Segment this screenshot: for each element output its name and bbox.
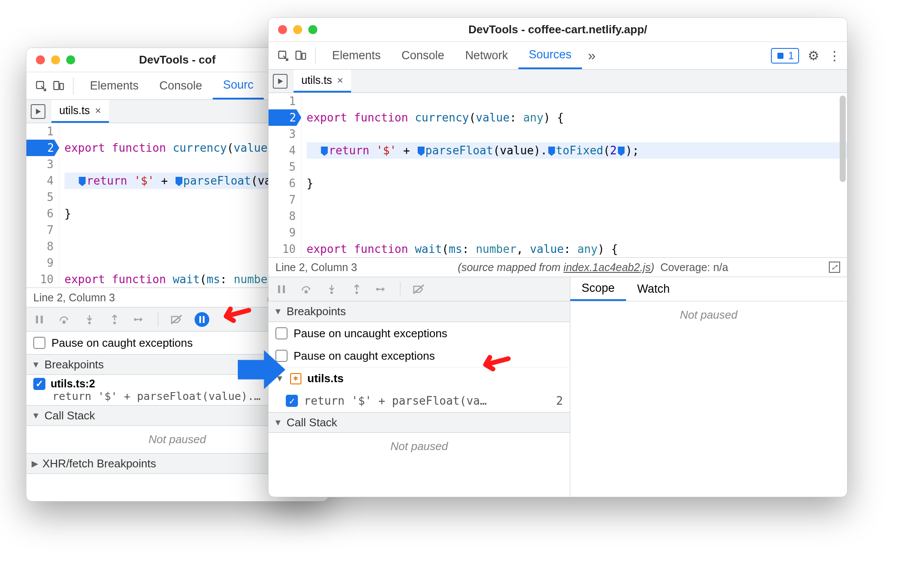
navigator-toggle-icon[interactable] xyxy=(31,104,45,119)
svg-rect-13 xyxy=(777,53,783,59)
svg-rect-14 xyxy=(278,285,280,293)
line-gutter[interactable]: 1 2 3 4 5 6 7 8 9 10 11 12 13 xyxy=(269,93,301,257)
breakpoints-header[interactable]: ▼Breakpoints xyxy=(269,301,570,322)
file-tab-label: utils.ts xyxy=(301,74,332,86)
debugger-toolbar xyxy=(269,277,570,301)
device-icon[interactable] xyxy=(50,77,67,95)
pause-caught-row: Pause on caught exceptions xyxy=(269,345,570,367)
minimize-icon[interactable] xyxy=(51,55,60,64)
breakpoint-group[interactable]: ▼ ✶ utils.ts xyxy=(269,367,570,390)
sourcemap-link[interactable]: index.1ac4eab2.js xyxy=(563,261,651,273)
svg-point-16 xyxy=(305,291,307,293)
js-file-icon: ✶ xyxy=(290,373,301,384)
svg-rect-12 xyxy=(302,53,306,59)
close-tab-icon[interactable]: × xyxy=(95,105,101,117)
pause-exceptions-icon[interactable] xyxy=(195,312,209,327)
devtools-window-right: DevTools - coffee-cart.netlify.app/ Elem… xyxy=(268,17,847,497)
step-over-icon[interactable] xyxy=(300,282,313,296)
svg-point-19 xyxy=(376,288,379,291)
breakpoint-checkbox[interactable] xyxy=(286,395,298,407)
callstack-header[interactable]: ▼Call Stack xyxy=(269,412,570,433)
more-tabs-icon[interactable]: » xyxy=(582,48,602,64)
step-icon[interactable] xyxy=(375,282,389,296)
tab-network[interactable]: Network xyxy=(455,42,518,69)
deactivate-breakpoints-icon[interactable] xyxy=(412,282,425,296)
pause-icon[interactable] xyxy=(32,313,46,326)
pause-caught-label: Pause on caught exceptions xyxy=(294,349,435,363)
tab-sources[interactable]: Sources xyxy=(518,42,582,69)
scope-not-paused: Not paused xyxy=(570,301,847,329)
maximize-icon[interactable] xyxy=(66,55,75,64)
close-icon[interactable] xyxy=(36,55,45,64)
pause-uncaught-row: Pause on uncaught exceptions xyxy=(269,322,570,345)
file-tab-utils[interactable]: utils.ts × xyxy=(51,100,109,123)
debugger-right-panel: Scope Watch Not paused xyxy=(570,277,847,497)
breakpoint-line-number: 2 xyxy=(556,394,563,407)
panel-tabs: Elements Console Network Sources » 1 ⚙ ⋮ xyxy=(269,42,847,70)
breakpoint-item[interactable]: return '$' + parseFloat(va… 2 xyxy=(269,390,570,412)
step-out-icon[interactable] xyxy=(350,282,364,296)
deactivate-breakpoints-icon[interactable] xyxy=(169,313,183,326)
issues-badge[interactable]: 1 xyxy=(771,48,799,64)
svg-point-6 xyxy=(88,322,91,324)
inspect-icon[interactable] xyxy=(275,47,292,64)
breakpoint-marker[interactable]: 2 xyxy=(26,140,59,156)
expand-icon[interactable]: ⤢ xyxy=(829,262,840,273)
file-tabs: utils.ts × xyxy=(269,70,847,93)
pause-uncaught-label: Pause on uncaught exceptions xyxy=(294,327,448,340)
pause-caught-checkbox[interactable] xyxy=(275,350,288,362)
pause-caught-checkbox[interactable] xyxy=(33,337,45,349)
cursor-position: Line 2, Column 3 xyxy=(33,291,115,304)
tab-elements[interactable]: Elements xyxy=(80,72,149,99)
scope-watch-tabs: Scope Watch xyxy=(570,277,847,301)
tab-sources[interactable]: Sourc xyxy=(213,72,264,99)
maximize-icon[interactable] xyxy=(308,25,317,34)
code-content[interactable]: export function currency(value: any) { r… xyxy=(301,93,847,257)
inspect-icon[interactable] xyxy=(32,77,50,95)
tab-elements[interactable]: Elements xyxy=(322,42,391,69)
svg-point-17 xyxy=(330,291,333,294)
breakpoint-checkbox[interactable] xyxy=(33,378,45,390)
titlebar: DevTools - coffee-cart.netlify.app/ xyxy=(269,18,847,42)
minimize-icon[interactable] xyxy=(293,25,302,34)
not-paused-label: Not paused xyxy=(269,433,570,460)
svg-rect-15 xyxy=(283,285,285,293)
svg-point-7 xyxy=(113,322,116,324)
file-tab-utils[interactable]: utils.ts × xyxy=(294,70,351,93)
device-icon[interactable] xyxy=(292,47,309,64)
svg-rect-1 xyxy=(54,81,59,89)
close-tab-icon[interactable]: × xyxy=(337,74,343,86)
cursor-position: Line 2, Column 3 xyxy=(275,261,357,274)
step-into-icon[interactable] xyxy=(83,313,96,326)
scrollbar[interactable] xyxy=(840,96,846,182)
window-title: DevTools - coffee-cart.netlify.app/ xyxy=(269,23,847,36)
breakpoint-marker[interactable]: 2 xyxy=(269,109,301,126)
line-gutter[interactable]: 1 2 3 4 5 6 7 8 9 10 11 12 13 xyxy=(26,123,59,288)
svg-rect-4 xyxy=(41,316,43,323)
editor-statusbar: Line 2, Column 3 (source mapped from ind… xyxy=(269,257,847,277)
tab-scope[interactable]: Scope xyxy=(570,277,626,301)
pause-caught-label: Pause on caught exceptions xyxy=(51,336,193,350)
navigator-toggle-icon[interactable] xyxy=(273,74,288,89)
tab-console[interactable]: Console xyxy=(391,42,455,69)
tab-watch[interactable]: Watch xyxy=(626,277,681,301)
settings-icon[interactable]: ⚙ xyxy=(808,48,819,63)
file-tab-label: utils.ts xyxy=(59,104,90,117)
step-into-icon[interactable] xyxy=(325,282,339,296)
svg-rect-11 xyxy=(296,51,301,59)
menu-icon[interactable]: ⋮ xyxy=(828,48,841,63)
coverage-label: Coverage: n/a xyxy=(660,261,728,273)
svg-rect-2 xyxy=(60,83,64,89)
pause-icon[interactable] xyxy=(275,282,288,296)
svg-point-18 xyxy=(355,291,358,294)
svg-point-8 xyxy=(134,318,137,321)
sourcemap-info: (source mapped from index.1ac4eab2.js) C… xyxy=(458,261,728,274)
code-editor[interactable]: 1 2 3 4 5 6 7 8 9 10 11 12 13 export fun… xyxy=(269,93,847,257)
step-over-icon[interactable] xyxy=(58,313,71,326)
step-out-icon[interactable] xyxy=(108,313,121,326)
step-icon[interactable] xyxy=(133,313,147,326)
svg-point-5 xyxy=(63,321,65,323)
close-icon[interactable] xyxy=(278,25,287,34)
pause-uncaught-checkbox[interactable] xyxy=(275,327,288,339)
tab-console[interactable]: Console xyxy=(149,72,213,99)
